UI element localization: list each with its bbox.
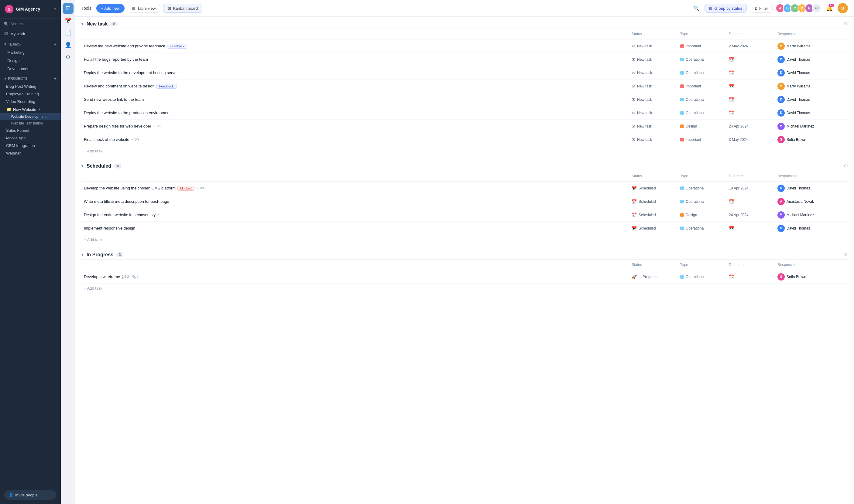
sidebar-item-design[interactable]: Design — [0, 56, 61, 65]
team-avatars[interactable]: A B C D E +3 — [775, 4, 821, 13]
status-label: New task — [637, 57, 652, 61]
sidebar-item-mobile-app[interactable]: Mobile App — [0, 134, 61, 142]
group-by-button[interactable]: ⊞ Group by status — [704, 4, 747, 13]
kanban-board-button[interactable]: ⊟ Kanban board — [163, 4, 202, 13]
tasks-icon[interactable]: ☑ — [63, 3, 73, 14]
status-label: Scheduled — [639, 226, 656, 231]
in-progress-chevron[interactable]: ▾ — [82, 252, 84, 257]
table-row[interactable]: Implement responsive design 📅Scheduled O… — [82, 222, 848, 235]
main-content: Tools + Add new ⊞ Table view ⊟ Kanban bo… — [75, 0, 854, 504]
search-placeholder: Search... — [10, 21, 26, 26]
new-task-settings-icon[interactable]: ⚙ — [844, 21, 848, 27]
responsible-name: David Thomas — [787, 97, 810, 102]
status-label: Scheduled — [639, 213, 656, 217]
calendar-icon[interactable]: 📅 — [63, 15, 73, 26]
sidebar-item-webinar[interactable]: Webinar — [0, 149, 61, 157]
sidebar-item-mywork[interactable]: ☑ My work — [0, 29, 61, 39]
search-bar[interactable]: 🔍 Search... — [0, 19, 61, 29]
sidebar-item-website-development[interactable]: Website Development — [0, 113, 61, 120]
type-dot — [680, 71, 684, 75]
type-label: Operational — [686, 275, 704, 279]
sidebar-item-video-recording[interactable]: Video Recording — [0, 98, 61, 105]
task-tag: Feedback — [156, 84, 176, 89]
settings-strip-icon[interactable]: ⚙ — [63, 52, 73, 62]
table-row[interactable]: Review the new website and provide feedb… — [82, 39, 848, 53]
app-chevron: ▾ — [54, 7, 56, 11]
content-area: ▾ New task 8 ⚙ Status Type Due date Resp… — [75, 17, 854, 504]
table-row[interactable]: Send new website link to the team ✉New t… — [82, 93, 848, 106]
table-row[interactable]: Final check of the website ✓ 0/7 ✉New ta… — [82, 133, 848, 146]
sidebar-item-marketing[interactable]: Marketing — [0, 48, 61, 56]
projects-section-header[interactable]: ▾ Projects + — [0, 73, 61, 83]
type-label: Operational — [686, 199, 704, 204]
invite-people-button[interactable]: 👤 Invite people — [4, 490, 56, 500]
type-dot — [680, 111, 684, 115]
task-name: Deploy the website to the production env… — [84, 110, 171, 115]
type-label: Operational — [686, 186, 704, 191]
add-task-scheduled[interactable]: + Add task — [82, 235, 848, 245]
sidebar-item-crm-integration[interactable]: CRM Integration — [0, 142, 61, 149]
notification-button[interactable]: 🔔 12 — [824, 3, 835, 13]
folder-icon: 📁 — [6, 107, 11, 112]
sidebar-item-development[interactable]: Development — [0, 65, 61, 73]
crm-integration-label: CRM Integration — [6, 143, 35, 148]
scheduled-settings-icon[interactable]: ⚙ — [844, 163, 848, 169]
in-progress-title: In Progress — [87, 252, 113, 257]
user-avatar[interactable]: U — [838, 3, 848, 13]
search-button[interactable]: 🔍 — [691, 3, 701, 13]
sidebar-bottom: 👤 Invite people — [0, 486, 61, 504]
table-view-button[interactable]: ⊞ Table view — [127, 4, 160, 13]
table-row[interactable]: Develop the website using the chosen CMS… — [82, 182, 848, 195]
sales-funnel-label: Sales Funnel — [6, 128, 29, 133]
sidebar-item-new-website[interactable]: 📁 New Website ▾ — [0, 105, 61, 113]
app-logo[interactable]: G GIM Agency ▾ — [0, 0, 61, 19]
add-task-new-task[interactable]: + Add task — [82, 146, 848, 156]
task-name: Write meta title & meta description for … — [84, 199, 169, 204]
col-responsible: Responsible — [775, 31, 836, 37]
docs-icon[interactable]: 📄 — [63, 27, 73, 38]
toolbar: Tools + Add new ⊞ Table view ⊟ Kanban bo… — [75, 0, 854, 17]
in-progress-table-header: Status Type Due date Responsible — [82, 259, 848, 270]
add-task-in-progress[interactable]: + Add task — [82, 284, 848, 293]
add-new-button[interactable]: + Add new — [96, 4, 125, 13]
responsible-name: Marry Williams — [787, 84, 811, 88]
add-project-button[interactable]: + — [54, 76, 56, 82]
avatar: D — [778, 69, 785, 76]
scheduled-chevron[interactable]: ▾ — [82, 164, 84, 168]
website-translation-label: Website Translation — [11, 121, 43, 125]
sidebar-item-blog-post-writing[interactable]: Blog Post Writing — [0, 83, 61, 90]
status-icon: ✉ — [632, 84, 635, 89]
table-row[interactable]: Fix all the bugs reported by the team ✉N… — [82, 53, 848, 66]
status-icon: 🚀 — [632, 274, 637, 279]
new-task-header: ▾ New task 8 ⚙ — [82, 17, 848, 29]
people-icon[interactable]: 👤 — [63, 39, 73, 50]
table-row[interactable]: Prepare design files for web developer ✓… — [82, 120, 848, 133]
sidebar-item-employee-training[interactable]: Employee Training — [0, 90, 61, 98]
table-row[interactable]: Develop a wireframe 💬 2 📎 1 🚀In Progress… — [82, 270, 848, 284]
type-label: Important — [686, 44, 701, 48]
in-progress-settings-icon[interactable]: ⚙ — [844, 252, 848, 257]
due-date: 24 Apr 2024 — [729, 124, 749, 128]
table-row[interactable]: Write meta title & meta description for … — [82, 195, 848, 208]
sidebar-item-website-translation[interactable]: Website Translation — [0, 120, 61, 127]
table-row[interactable]: Deploy the website to the production env… — [82, 106, 848, 120]
add-team-button[interactable]: + — [54, 41, 56, 47]
website-development-label: Website Development — [11, 114, 47, 119]
status-icon: 📅 — [632, 186, 637, 191]
teams-section-header[interactable]: ▾ Teams + — [0, 39, 61, 48]
status-icon: 📅 — [632, 226, 637, 231]
filter-icon: ⊻ — [754, 6, 757, 11]
responsible-name: Sofia Brown — [787, 275, 806, 279]
more-avatars[interactable]: +3 — [812, 4, 821, 13]
table-row[interactable]: Review and comment on website design Fee… — [82, 79, 848, 93]
group-by-label: Group by status — [714, 6, 742, 11]
table-row[interactable]: Design the entire website in a chosen st… — [82, 208, 848, 222]
filter-button[interactable]: ⊻ Filter — [750, 4, 772, 13]
table-row[interactable]: Deploy the website to the development ho… — [82, 66, 848, 79]
filter-label: Filter — [759, 6, 768, 11]
new-task-chevron[interactable]: ▾ — [82, 21, 84, 26]
webinar-label: Webinar — [6, 151, 21, 156]
employee-training-label: Employee Training — [6, 92, 39, 96]
type-label: Operational — [686, 111, 704, 115]
sidebar-item-sales-funnel[interactable]: Sales Funnel — [0, 127, 61, 134]
